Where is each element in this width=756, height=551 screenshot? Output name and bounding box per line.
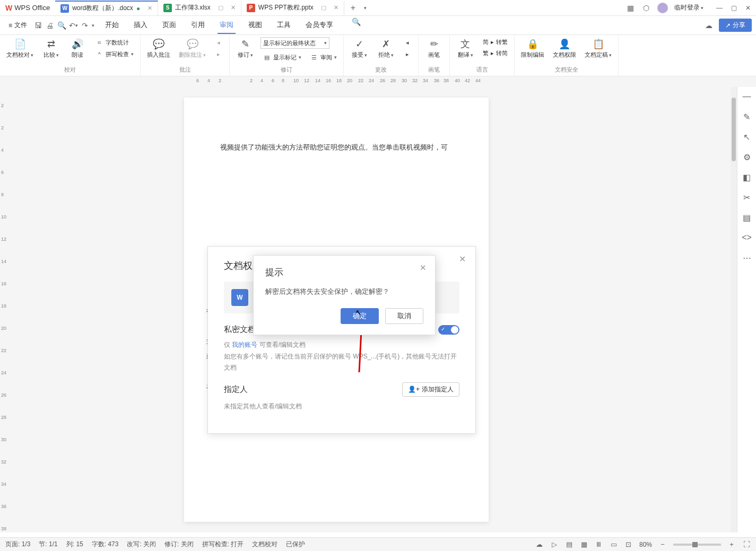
maximize-icon[interactable]: ▢ (218, 4, 223, 11)
tools-icon[interactable]: ✂ (742, 192, 752, 203)
protection-toggle[interactable] (438, 325, 459, 335)
compare-button[interactable]: ⇄比较▾ (40, 37, 62, 60)
search-icon[interactable]: 🔍 (351, 17, 361, 27)
menu-review[interactable]: 审阅 (218, 17, 236, 34)
menu-page[interactable]: 页面 (160, 17, 178, 34)
share-button[interactable]: ↗ 分享 (719, 19, 752, 32)
doc-check-status[interactable]: 文档校对 (252, 540, 277, 549)
markup-state-select[interactable]: 显示标记的最终状态▾ (260, 37, 329, 49)
close-icon[interactable]: ✕ (420, 263, 427, 273)
close-icon[interactable]: ✕ (334, 4, 338, 11)
avatar[interactable] (657, 3, 668, 13)
insert-comment-button[interactable]: 💬插入批注 (145, 37, 172, 60)
play-icon[interactable]: ▷ (550, 540, 559, 549)
tab-word-doc[interactable]: W word教程（新）.docx ● ✕ (55, 1, 158, 15)
tab-ppt[interactable]: P WPS PPT教程.pptx ▢ ✕ (241, 1, 344, 15)
book-icon[interactable]: ▤ (742, 212, 752, 223)
word-count-button[interactable]: ⌗字数统计 (93, 37, 136, 48)
zoom-slider[interactable] (673, 544, 721, 546)
menu-reference[interactable]: 引用 (189, 17, 207, 34)
login-status[interactable]: 临时登录▾ (674, 3, 703, 12)
more-icon[interactable]: ⋯ (742, 252, 752, 263)
word-doc-icon: W (231, 289, 248, 306)
zoom-in-button[interactable]: + (727, 540, 736, 549)
layout-icon[interactable]: ▦ (625, 3, 635, 13)
close-icon[interactable]: ✕ (459, 254, 466, 264)
undo-icon[interactable]: ↶ ▾ (68, 21, 78, 30)
close-icon[interactable]: ✕ (231, 4, 236, 11)
to-traditional-button[interactable]: 简▸转繁 (481, 37, 510, 47)
restrict-edit-button[interactable]: 🔒限制编辑 (519, 37, 546, 60)
print-icon[interactable]: 🖨 (45, 21, 55, 30)
group-label: 更改 (375, 66, 387, 74)
chevron-down-icon[interactable]: ▾ (364, 5, 367, 11)
revise-button[interactable]: ✎修订▾ (234, 37, 256, 60)
pencil-icon[interactable]: ✎ (742, 111, 752, 122)
page-view-icon[interactable]: ▤ (565, 540, 573, 549)
overwrite-status[interactable]: 改写: 关闭 (127, 540, 156, 549)
redo-icon[interactable]: ↷ (80, 21, 90, 30)
minimize-button[interactable]: — (716, 4, 723, 12)
reject-button[interactable]: ✗拒绝▾ (375, 37, 397, 60)
code-icon[interactable]: <> (742, 232, 752, 243)
doc-check-button[interactable]: 📄文档校对▾ (4, 37, 36, 60)
column-indicator[interactable]: 列: 15 (66, 540, 83, 549)
save-icon[interactable]: 🖫 (33, 21, 43, 30)
show-markup-button[interactable]: ▤显示标记▾ (260, 52, 303, 63)
my-account-link[interactable]: 我的账号 (232, 341, 257, 348)
spellcheck-status[interactable]: 拼写检查: 打开 (202, 540, 244, 549)
doc-permission-button[interactable]: 👤文档权限 (551, 37, 578, 60)
zoom-out-button[interactable]: − (658, 540, 667, 549)
minus-icon[interactable]: — (742, 91, 752, 102)
menu-member[interactable]: 会员专享 (303, 17, 335, 34)
maximize-icon[interactable]: ▢ (321, 4, 326, 11)
settings-icon[interactable]: ⚙ (742, 152, 752, 162)
add-assignee-button[interactable]: 👤+ 添加指定人 (402, 382, 459, 397)
section-indicator[interactable]: 节: 1/1 (39, 540, 57, 549)
revision-status[interactable]: 修订: 关闭 (164, 540, 194, 549)
accept-button[interactable]: ✓接受▾ (348, 37, 370, 60)
read-view-icon[interactable]: ▭ (610, 540, 618, 549)
new-tab-button[interactable]: + (344, 3, 362, 13)
protection-status[interactable]: 已保护 (286, 540, 305, 549)
tab-sheet[interactable]: S 工作簿3.xlsx ▢ ✕ (158, 1, 241, 15)
prev-comment-button[interactable]: ◂ (212, 37, 225, 48)
fullscreen-icon[interactable]: ⛶ (742, 540, 751, 549)
outline-view-icon[interactable]: Ⅲ (595, 540, 603, 549)
delete-comment-button[interactable]: 💬删除批注▾ (177, 37, 208, 60)
zoom-level[interactable]: 80% (639, 541, 652, 548)
app-logo[interactable]: WWPS Office (0, 4, 55, 12)
word-count[interactable]: 字数: 473 (92, 540, 119, 549)
vertical-scrollbar[interactable] (731, 87, 737, 532)
next-change-button[interactable]: ▸ (401, 49, 414, 59)
pen-button[interactable]: ✏画笔 (423, 37, 445, 60)
menu-start[interactable]: 开始 (103, 17, 121, 34)
chevron-down-icon[interactable]: ▾ (92, 23, 94, 28)
close-button[interactable]: ✕ (745, 4, 751, 12)
review-pane-button[interactable]: ☰审阅▾ (308, 52, 339, 63)
menu-view[interactable]: 视图 (246, 17, 264, 34)
page-indicator[interactable]: 页面: 1/3 (5, 540, 30, 549)
print-preview-icon[interactable]: 🔍 (57, 21, 66, 30)
translate-button[interactable]: 文翻译▾ (454, 37, 476, 60)
close-icon[interactable]: ✕ (147, 5, 152, 12)
doc-anchor-button[interactable]: 📋文档定稿▾ (583, 37, 614, 60)
file-menu-button[interactable]: ≡ 文件 (4, 19, 31, 32)
spell-check-button[interactable]: ᴬ拼写检查▾ (93, 49, 136, 59)
cloud-sync-icon[interactable]: ☁ (535, 540, 544, 549)
read-aloud-button[interactable]: 🔊朗读 (66, 37, 89, 60)
maximize-button[interactable]: ▢ (731, 4, 737, 12)
cloud-icon[interactable]: ☁ (704, 21, 714, 30)
menu-tools[interactable]: 工具 (275, 17, 293, 34)
web-view-icon[interactable]: ▦ (580, 540, 588, 549)
vertical-ruler: 22468101214161820222426283032343638 (0, 87, 5, 532)
cancel-button[interactable]: 取消 (385, 308, 423, 324)
layers-icon[interactable]: ◧ (742, 172, 752, 182)
next-comment-button[interactable]: ▸ (212, 49, 225, 59)
pointer-icon[interactable]: ↖ (742, 132, 752, 142)
prev-change-button[interactable]: ◂ (401, 37, 414, 48)
menu-insert[interactable]: 插入 (132, 17, 150, 34)
package-icon[interactable]: ⬡ (641, 3, 651, 13)
to-simplified-button[interactable]: 繁▸转简 (481, 48, 510, 58)
fit-width-icon[interactable]: ⊡ (624, 540, 633, 549)
